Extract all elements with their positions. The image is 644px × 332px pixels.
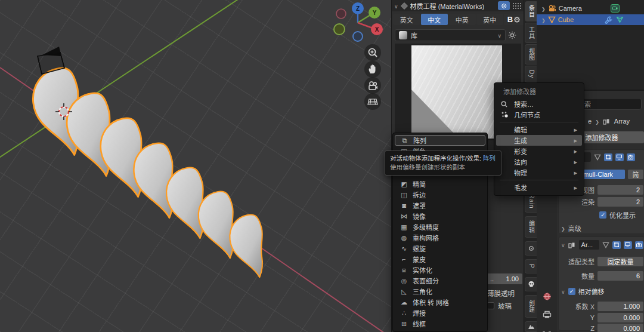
edge-split-icon: ◫ [400,191,408,199]
tab-gear[interactable] [525,241,537,256]
camera-data-badge[interactable] [611,4,620,13]
weld-icon: ∴ [400,309,408,317]
display-render-icon[interactable] [627,153,635,161]
viewport-value-field[interactable]: 2 [597,185,643,195]
submenu-item-subdivision-surface[interactable]: ◎表面细分 [395,275,485,286]
menu-category-generate[interactable]: 生成 [496,135,582,146]
advanced-row[interactable]: 高级 [561,223,643,233]
modifier-name-field[interactable]: Ar... [579,240,599,250]
breadcrumb-item[interactable]: Array [614,118,630,125]
tab-skull[interactable] [525,277,537,291]
menu-category-deform[interactable]: 形变 [496,146,582,156]
submenu-item-decimate[interactable]: ◩精简 [395,179,485,189]
tab-tool[interactable]: 工具 [525,23,537,43]
tab-en-zh[interactable]: 英中 [476,14,504,25]
modifier-wrench-icon[interactable] [605,16,612,24]
perspective-toggle-button[interactable] [364,93,381,110]
collapse-chevron-icon[interactable] [561,241,565,248]
mesh-data-icon[interactable] [616,16,624,23]
relative-offset-checkbox[interactable] [568,288,575,295]
menu-category-edit[interactable]: 编辑 [496,124,582,135]
tab-terrain[interactable] [525,321,537,332]
3d-cursor [55,103,73,121]
tab-p[interactable]: P [525,259,537,273]
tab-chinese[interactable]: 中文 [421,14,448,25]
library-settings-gear-icon[interactable] [508,31,516,39]
submenu-item-weld[interactable]: ∴焊接 [395,308,485,318]
zoom-button[interactable] [364,44,381,61]
array-object[interactable] [18,57,310,296]
submenu-item-volume-to-mesh[interactable]: ☁体积 转 网格 [395,297,485,308]
tab-view[interactable]: 视图 [525,44,537,64]
collapse-chevron-icon[interactable] [394,2,398,10]
camera-object[interactable] [27,43,70,80]
display-realtime-icon[interactable] [615,153,624,161]
submenu-item-multiresolution[interactable]: ▦多级精度 [395,222,485,232]
menu-item-search[interactable]: 搜索… [496,99,582,109]
tab-object-properties[interactable] [537,328,557,332]
submenu-item-mask[interactable]: ◙遮罩 [395,200,485,211]
expand-icon[interactable] [541,16,546,23]
editmode-toggle-icon[interactable] [602,242,609,248]
menu-category-hair[interactable]: 毛发 [496,182,582,193]
glass-checkbox[interactable] [487,302,494,309]
tab-zh-en[interactable]: 中英 [448,14,476,25]
camera-view-button[interactable] [364,77,381,94]
submenu-arrow-icon [574,169,577,177]
submenu-item-wireframe[interactable]: ⊞线框 [395,318,485,329]
display-realtime-icon[interactable] [624,241,632,249]
factor-x-field[interactable]: 1.000 [597,302,643,311]
submenu-item-screw[interactable]: ∿螺旋 [395,243,485,254]
factor-z-field[interactable]: 0.000 [597,324,643,332]
optimal-display-checkbox[interactable] [599,211,606,219]
submenu-item-solidify[interactable]: ⧈实体化 [395,265,485,275]
outliner-row-camera[interactable]: Camera [537,3,644,14]
glass-row[interactable]: 玻璃 [487,301,512,311]
expand-icon[interactable] [541,5,546,12]
relative-offset-label: 相对偏移 [578,287,605,296]
menu-item-geometry-nodes[interactable]: 几何节点 [496,109,582,120]
outliner-row-cube[interactable]: Cube [537,14,644,25]
submenu-item-array[interactable]: ⧉阵列 [395,135,485,146]
tab-edit[interactable]: 编辑 [525,216,537,238]
menu-category-physics[interactable]: 物理 [496,167,582,178]
breadcrumb-object[interactable]: e [588,118,592,125]
pan-button[interactable] [364,61,381,78]
submenu-item-skin[interactable]: ⌐蒙皮 [395,254,485,265]
display-editmode-icon[interactable] [612,241,621,249]
brand-logo-button[interactable]: B [504,14,524,25]
simple-button[interactable]: 简 [628,170,643,179]
relative-offset-row[interactable]: 相对偏移 [561,286,643,297]
gizmo-minus-z [353,32,363,41]
submenu-item-mirror[interactable]: ⋈镜像 [395,211,485,222]
tab-create[interactable]: 创建 [525,295,537,318]
display-editmode-icon[interactable] [604,153,612,161]
submenu-item-triangulate[interactable]: ◺三角化 [395,286,485,297]
tab-output-properties[interactable] [537,308,557,322]
count-field[interactable]: 6 [597,271,643,281]
material-preview-image[interactable] [411,45,502,139]
render-value-field[interactable]: 2 [597,197,643,207]
display-render-icon[interactable] [635,241,643,249]
library-dropdown[interactable]: 库 [395,29,506,41]
sync-settings-button[interactable] [498,1,510,10]
tab-world-properties[interactable] [537,289,557,303]
zoom-icon [367,47,379,59]
tab-dy[interactable]: Dy [525,66,537,82]
tooltip-line2: 使用偏移量创建形状的副本 [390,163,496,172]
drag-handle-icon[interactable] [512,2,522,10]
3d-viewport[interactable]: Z Y X [0,0,391,332]
tab-english[interactable]: 英文 [393,14,420,25]
navigation-gizmo[interactable]: Z Y X [329,1,389,44]
material-panel-header[interactable]: 材质工程 (MaterialWorks) [392,0,524,11]
menu-category-normals[interactable]: 法向 [496,156,582,167]
item-label: 螺旋 [413,244,426,253]
submenu-item-edge-split[interactable]: ◫拆边 [395,189,485,200]
tab-item[interactable]: 条目 [525,1,537,21]
array-header[interactable]: Ar... [561,239,643,250]
fit-type-dropdown[interactable]: 固定数量 [597,257,643,266]
submenu-item-remesh[interactable]: ◍重构网格 [395,232,485,243]
editmode-toggle-icon[interactable] [594,154,601,161]
material-value-field[interactable]: .. 1.00 [487,273,522,284]
factor-y-field[interactable]: 0.000 [597,313,643,322]
